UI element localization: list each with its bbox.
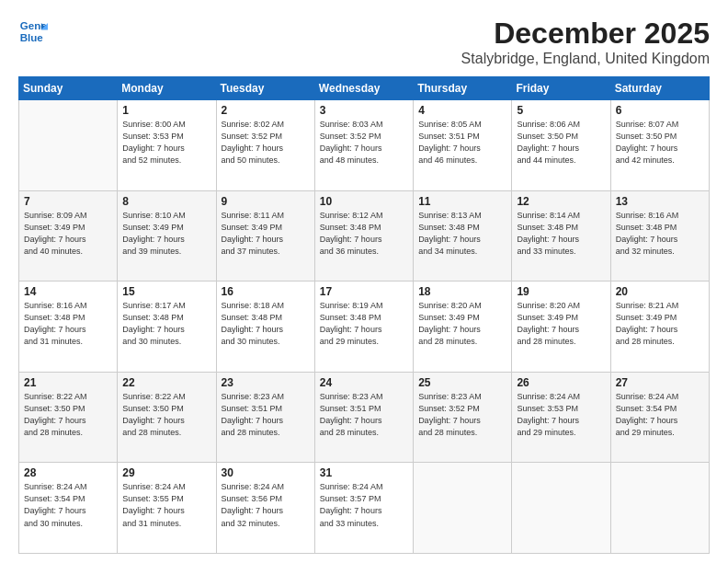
header: General Blue December 2025 Stalybridge, … [18,17,710,67]
day-number: 30 [222,466,310,479]
day-info: Sunrise: 8:22 AM Sunset: 3:50 PM Dayligh… [122,391,210,439]
weekday-header-monday: Monday [118,77,216,100]
day-info: Sunrise: 8:24 AM Sunset: 3:56 PM Dayligh… [222,481,310,529]
calendar-cell: 2Sunrise: 8:02 AM Sunset: 3:52 PM Daylig… [216,100,314,191]
day-number: 3 [320,104,408,117]
day-info: Sunrise: 8:14 AM Sunset: 3:48 PM Dayligh… [517,210,605,258]
calendar-cell: 12Sunrise: 8:14 AM Sunset: 3:48 PM Dayli… [512,190,610,282]
day-info: Sunrise: 8:00 AM Sunset: 3:53 PM Dayligh… [122,119,210,167]
calendar-cell: 28Sunrise: 8:24 AM Sunset: 3:54 PM Dayli… [19,463,118,554]
calendar-cell: 26Sunrise: 8:24 AM Sunset: 3:53 PM Dayli… [512,372,610,463]
svg-text:Blue: Blue [20,32,44,43]
day-number: 31 [320,466,408,479]
day-info: Sunrise: 8:10 AM Sunset: 3:49 PM Dayligh… [122,210,210,258]
day-number: 28 [24,466,112,479]
calendar-cell: 7Sunrise: 8:09 AM Sunset: 3:49 PM Daylig… [19,190,118,282]
day-number: 20 [616,285,704,298]
day-number: 18 [418,285,506,298]
calendar-week-row: 7Sunrise: 8:09 AM Sunset: 3:49 PM Daylig… [19,190,710,282]
calendar-cell: 22Sunrise: 8:22 AM Sunset: 3:50 PM Dayli… [118,372,216,463]
day-info: Sunrise: 8:12 AM Sunset: 3:48 PM Dayligh… [320,210,408,258]
calendar-cell: 15Sunrise: 8:17 AM Sunset: 3:48 PM Dayli… [118,282,216,373]
day-number: 10 [320,195,408,208]
calendar-week-row: 28Sunrise: 8:24 AM Sunset: 3:54 PM Dayli… [19,463,710,554]
day-number: 7 [24,195,112,208]
day-number: 11 [418,195,506,208]
day-number: 6 [616,104,704,117]
calendar-cell: 24Sunrise: 8:23 AM Sunset: 3:51 PM Dayli… [314,372,413,463]
day-number: 22 [122,376,210,389]
day-number: 9 [222,195,310,208]
calendar-cell: 18Sunrise: 8:20 AM Sunset: 3:49 PM Dayli… [414,282,512,373]
calendar-cell: 14Sunrise: 8:16 AM Sunset: 3:48 PM Dayli… [19,282,118,373]
calendar-cell: 9Sunrise: 8:11 AM Sunset: 3:49 PM Daylig… [216,190,314,282]
day-number: 8 [122,195,210,208]
calendar-week-row: 14Sunrise: 8:16 AM Sunset: 3:48 PM Dayli… [19,282,710,373]
day-info: Sunrise: 8:21 AM Sunset: 3:49 PM Dayligh… [616,300,704,348]
day-number: 27 [616,376,704,389]
day-number: 29 [122,466,210,479]
day-info: Sunrise: 8:23 AM Sunset: 3:52 PM Dayligh… [418,391,506,439]
calendar-cell: 29Sunrise: 8:24 AM Sunset: 3:55 PM Dayli… [118,463,216,554]
weekday-header-tuesday: Tuesday [216,77,314,100]
day-info: Sunrise: 8:24 AM Sunset: 3:57 PM Dayligh… [320,481,408,529]
day-number: 15 [122,285,210,298]
calendar-cell: 6Sunrise: 8:07 AM Sunset: 3:50 PM Daylig… [610,100,709,191]
calendar-cell: 20Sunrise: 8:21 AM Sunset: 3:49 PM Dayli… [610,282,709,373]
day-number: 26 [517,376,605,389]
day-info: Sunrise: 8:03 AM Sunset: 3:52 PM Dayligh… [320,119,408,167]
day-number: 5 [517,104,605,117]
calendar-cell: 3Sunrise: 8:03 AM Sunset: 3:52 PM Daylig… [314,100,413,191]
day-info: Sunrise: 8:24 AM Sunset: 3:54 PM Dayligh… [24,481,112,529]
day-info: Sunrise: 8:20 AM Sunset: 3:49 PM Dayligh… [517,300,605,348]
main-title: December 2025 [461,17,710,51]
day-info: Sunrise: 8:17 AM Sunset: 3:48 PM Dayligh… [122,300,210,348]
day-info: Sunrise: 8:22 AM Sunset: 3:50 PM Dayligh… [24,391,112,439]
day-number: 23 [222,376,310,389]
subtitle: Stalybridge, England, United Kingdom [461,51,710,67]
weekday-header-row: SundayMondayTuesdayWednesdayThursdayFrid… [19,77,710,100]
day-number: 25 [418,376,506,389]
calendar-cell: 27Sunrise: 8:24 AM Sunset: 3:54 PM Dayli… [610,372,709,463]
title-block: December 2025 Stalybridge, England, Unit… [461,17,710,67]
weekday-header-thursday: Thursday [414,77,512,100]
calendar-cell: 23Sunrise: 8:23 AM Sunset: 3:51 PM Dayli… [216,372,314,463]
day-number: 17 [320,285,408,298]
weekday-header-saturday: Saturday [610,77,709,100]
day-info: Sunrise: 8:16 AM Sunset: 3:48 PM Dayligh… [616,210,704,258]
calendar-cell: 19Sunrise: 8:20 AM Sunset: 3:49 PM Dayli… [512,282,610,373]
calendar-cell [414,463,512,554]
logo: General Blue [18,17,48,46]
weekday-header-friday: Friday [512,77,610,100]
day-info: Sunrise: 8:20 AM Sunset: 3:49 PM Dayligh… [418,300,506,348]
day-info: Sunrise: 8:23 AM Sunset: 3:51 PM Dayligh… [320,391,408,439]
calendar-cell: 5Sunrise: 8:06 AM Sunset: 3:50 PM Daylig… [512,100,610,191]
calendar-cell: 11Sunrise: 8:13 AM Sunset: 3:48 PM Dayli… [414,190,512,282]
day-number: 12 [517,195,605,208]
day-number: 16 [222,285,310,298]
day-info: Sunrise: 8:24 AM Sunset: 3:53 PM Dayligh… [517,391,605,439]
calendar-cell: 25Sunrise: 8:23 AM Sunset: 3:52 PM Dayli… [414,372,512,463]
calendar-cell: 30Sunrise: 8:24 AM Sunset: 3:56 PM Dayli… [216,463,314,554]
day-info: Sunrise: 8:16 AM Sunset: 3:48 PM Dayligh… [24,300,112,348]
day-info: Sunrise: 8:13 AM Sunset: 3:48 PM Dayligh… [418,210,506,258]
day-info: Sunrise: 8:02 AM Sunset: 3:52 PM Dayligh… [222,119,310,167]
calendar-cell: 17Sunrise: 8:19 AM Sunset: 3:48 PM Dayli… [314,282,413,373]
calendar-cell: 31Sunrise: 8:24 AM Sunset: 3:57 PM Dayli… [314,463,413,554]
day-info: Sunrise: 8:18 AM Sunset: 3:48 PM Dayligh… [222,300,310,348]
day-info: Sunrise: 8:24 AM Sunset: 3:55 PM Dayligh… [122,481,210,529]
calendar-cell: 4Sunrise: 8:05 AM Sunset: 3:51 PM Daylig… [414,100,512,191]
calendar-cell: 10Sunrise: 8:12 AM Sunset: 3:48 PM Dayli… [314,190,413,282]
day-number: 24 [320,376,408,389]
day-number: 21 [24,376,112,389]
day-number: 13 [616,195,704,208]
day-number: 14 [24,285,112,298]
calendar-week-row: 1Sunrise: 8:00 AM Sunset: 3:53 PM Daylig… [19,100,710,191]
calendar-cell: 8Sunrise: 8:10 AM Sunset: 3:49 PM Daylig… [118,190,216,282]
calendar-cell: 16Sunrise: 8:18 AM Sunset: 3:48 PM Dayli… [216,282,314,373]
day-info: Sunrise: 8:06 AM Sunset: 3:50 PM Dayligh… [517,119,605,167]
day-number: 2 [222,104,310,117]
weekday-header-wednesday: Wednesday [314,77,413,100]
calendar-table: SundayMondayTuesdayWednesdayThursdayFrid… [18,76,710,554]
page: General Blue December 2025 Stalybridge, … [0,0,728,563]
